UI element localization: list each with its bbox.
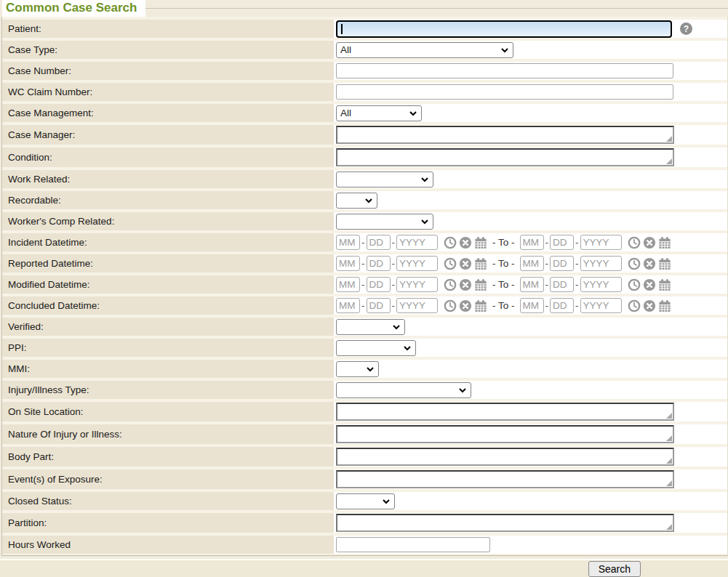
incident-from-month-input[interactable] xyxy=(336,235,360,250)
case-management-select[interactable]: All xyxy=(336,105,422,121)
resize-grip-icon[interactable] xyxy=(666,158,672,164)
calendar-icon[interactable] xyxy=(474,236,487,249)
modified-from-year-input[interactable] xyxy=(396,277,438,292)
concluded-to-year-input[interactable] xyxy=(580,298,622,313)
date-separator: - xyxy=(575,237,579,248)
mmi-select[interactable] xyxy=(336,361,379,377)
clear-icon[interactable] xyxy=(459,278,472,291)
incident-datetime-label: Incident Datetime: xyxy=(2,233,334,251)
case-type-label: Case Type: xyxy=(2,41,334,59)
ppi-select[interactable] xyxy=(336,340,416,356)
reported-to-year-input[interactable] xyxy=(580,256,622,271)
concluded-from-month-input[interactable] xyxy=(336,298,360,313)
clock-icon[interactable] xyxy=(444,236,457,249)
work-related-label: Work Related: xyxy=(2,170,334,188)
work-related-select[interactable] xyxy=(336,172,433,187)
incident-from-day-input[interactable] xyxy=(367,235,391,250)
resize-grip-icon[interactable] xyxy=(666,524,672,530)
clear-icon[interactable] xyxy=(643,278,656,291)
incident-to-month-input[interactable] xyxy=(520,235,544,250)
reported-to-month-input[interactable] xyxy=(520,256,544,271)
clear-icon[interactable] xyxy=(459,236,472,249)
clock-icon[interactable] xyxy=(628,257,641,270)
row-patient: Patient: ? xyxy=(2,20,727,38)
clear-icon[interactable] xyxy=(643,257,656,270)
reported-from-day-input[interactable] xyxy=(367,256,391,271)
clear-icon[interactable] xyxy=(459,299,472,312)
clock-icon[interactable] xyxy=(444,299,457,312)
clear-icon[interactable] xyxy=(643,236,656,249)
resize-grip-icon[interactable] xyxy=(666,458,672,464)
calendar-icon[interactable] xyxy=(658,236,671,249)
closed-status-select[interactable] xyxy=(336,493,395,509)
modified-to-year-input[interactable] xyxy=(580,277,622,292)
calendar-icon[interactable] xyxy=(658,278,671,291)
resize-grip-icon[interactable] xyxy=(666,413,672,419)
modified-from-day-input[interactable] xyxy=(367,277,391,292)
case-number-input[interactable] xyxy=(336,63,673,78)
clear-icon[interactable] xyxy=(459,257,472,270)
injury-illness-type-select[interactable] xyxy=(336,382,471,398)
concluded-from-year-input[interactable] xyxy=(396,298,438,313)
clock-icon[interactable] xyxy=(628,236,641,249)
incident-to-day-input[interactable] xyxy=(550,235,574,250)
row-case-management: Case Management: All xyxy=(2,104,727,122)
modified-to-month-input[interactable] xyxy=(520,277,544,292)
verified-select[interactable] xyxy=(336,319,405,335)
date-separator: - xyxy=(392,258,396,269)
resize-grip-icon[interactable] xyxy=(666,136,672,142)
reported-from-month-input[interactable] xyxy=(336,256,360,271)
clock-icon[interactable] xyxy=(628,299,641,312)
events-of-exposure-textarea[interactable] xyxy=(336,470,674,488)
incident-to-date-group: - - xyxy=(520,235,671,250)
resize-grip-icon[interactable] xyxy=(666,480,672,486)
calendar-icon[interactable] xyxy=(474,257,487,270)
recordable-select[interactable] xyxy=(336,193,377,209)
header-rule xyxy=(145,8,728,9)
workers-comp-related-select[interactable] xyxy=(336,214,433,230)
date-separator: - xyxy=(575,258,579,269)
date-separator: - xyxy=(575,279,579,290)
nature-of-injury-textarea[interactable] xyxy=(336,425,674,443)
clear-icon[interactable] xyxy=(643,299,656,312)
condition-textarea[interactable] xyxy=(336,148,674,166)
partition-label: Partition: xyxy=(2,513,334,533)
reported-from-year-input[interactable] xyxy=(396,256,438,271)
help-icon[interactable]: ? xyxy=(680,23,692,35)
modified-to-day-input[interactable] xyxy=(550,277,574,292)
row-recordable: Recordable: xyxy=(2,191,727,209)
modified-from-month-input[interactable] xyxy=(336,277,360,292)
concluded-to-day-input[interactable] xyxy=(550,298,574,313)
hours-worked-input[interactable] xyxy=(336,537,490,552)
row-hours-worked: Hours Worked xyxy=(2,536,727,554)
calendar-icon[interactable] xyxy=(474,299,487,312)
calendar-icon[interactable] xyxy=(658,299,671,312)
wc-claim-number-input[interactable] xyxy=(336,84,673,100)
date-separator: - xyxy=(545,237,549,248)
calendar-icon[interactable] xyxy=(658,257,671,270)
clock-icon[interactable] xyxy=(444,278,457,291)
on-site-location-textarea[interactable] xyxy=(336,403,674,421)
events-of-exposure-label: Event(s) of Exposure: xyxy=(2,469,334,489)
row-body-part: Body Part: xyxy=(2,447,727,467)
wc-claim-number-label: WC Claim Number: xyxy=(2,83,334,101)
calendar-icon[interactable] xyxy=(474,278,487,291)
resize-grip-icon[interactable] xyxy=(666,435,672,441)
clock-icon[interactable] xyxy=(444,257,457,270)
partition-textarea[interactable] xyxy=(336,514,674,532)
chevron-down-icon xyxy=(403,344,412,352)
patient-input[interactable] xyxy=(336,20,672,38)
search-button[interactable]: Search xyxy=(588,561,641,577)
incident-to-year-input[interactable] xyxy=(580,235,622,250)
incident-from-year-input[interactable] xyxy=(396,235,438,250)
body-part-textarea[interactable] xyxy=(336,448,674,466)
concluded-from-day-input[interactable] xyxy=(367,298,391,313)
row-workers-comp-related: Worker's Comp Related: xyxy=(2,212,727,230)
reported-from-date-group: - - xyxy=(336,256,487,271)
concluded-to-month-input[interactable] xyxy=(520,298,544,313)
chevron-down-icon xyxy=(392,323,401,331)
case-manager-textarea[interactable] xyxy=(336,126,674,144)
case-type-select[interactable]: All xyxy=(336,42,513,58)
clock-icon[interactable] xyxy=(628,278,641,291)
reported-to-day-input[interactable] xyxy=(550,256,574,271)
